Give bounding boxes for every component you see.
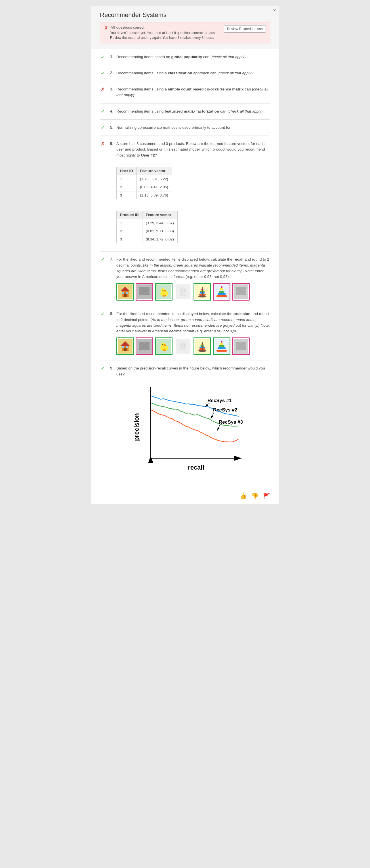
q8-image-row (116, 337, 270, 355)
q4-number: 4. (108, 108, 114, 114)
svg-point-58 (181, 344, 182, 346)
svg-point-59 (184, 344, 185, 346)
user-fv-1: (1.73, 0.01, 5.22) (137, 175, 172, 183)
svg-rect-31 (218, 293, 226, 295)
item-image-duck (155, 283, 172, 301)
q8-item-rings (194, 337, 211, 355)
item-image-stack (213, 283, 230, 301)
svg-text:recall: recall (188, 464, 204, 471)
q8-item-gray1 (136, 337, 153, 355)
table-row: 3 (8.34, 1.72, 0.02) (117, 235, 178, 243)
user-fv-3: (1.13, 0.89, 3.76) (137, 191, 172, 199)
svg-rect-33 (220, 288, 223, 290)
question-3: ✗ 3. Recommending items using a simple c… (100, 82, 270, 103)
q8-item-farm (116, 337, 134, 355)
page-title: Recommender Systems (100, 11, 270, 19)
table-row: 2 (0.82, 9.71, 3.88) (117, 227, 178, 235)
q7-content: For the liked and recommended items disp… (116, 257, 270, 301)
q9-number: 9. (108, 366, 114, 370)
svg-point-19 (181, 290, 182, 291)
question-9: ✓ 9. Based on the precision-recall curve… (100, 361, 270, 488)
svg-rect-67 (202, 342, 203, 351)
product-table-header-pid: Product ID (117, 211, 142, 219)
score-line: 7/9 questions correct (110, 25, 224, 30)
q8-item-gray2 (232, 337, 250, 355)
question-8: ✓ 8. For the liked and recommended items… (100, 306, 270, 361)
user-table-header-fv: Feature vector (137, 167, 172, 175)
user-table-header-userid: User ID (117, 167, 137, 175)
user-id-3: 3 (117, 191, 137, 199)
svg-text:precision: precision (134, 413, 140, 441)
svg-point-54 (163, 349, 166, 351)
q8-status-icon: ✓ (100, 311, 105, 317)
question-2: ✓ 2. Recommending items using a classifi… (100, 65, 270, 82)
svg-rect-70 (218, 347, 226, 349)
svg-rect-44 (126, 346, 128, 348)
score-status-icon: ✗ (104, 25, 108, 31)
q8-item-ghost (174, 337, 192, 355)
q2-status-icon: ✓ (100, 71, 105, 76)
q8-item-duck (155, 337, 172, 355)
product-fv-3: (8.34, 1.72, 0.02) (142, 235, 177, 243)
svg-rect-32 (219, 291, 224, 292)
table-row: 3 (1.13, 0.89, 3.76) (117, 191, 172, 199)
user-table: User ID Feature vector 1 (1.73, 0.01, 5.… (116, 167, 172, 199)
footer-actions: 👍 👎 🚩 (91, 488, 279, 504)
product-id-2: 2 (117, 227, 142, 235)
q7-status-icon: ✓ (100, 257, 105, 262)
product-fv-1: (3.29, 3.44, 3.67) (142, 219, 177, 227)
svg-text:RecSys #2: RecSys #2 (213, 407, 237, 412)
question-4: ✓ 4. Recommending items using featurized… (100, 103, 270, 120)
svg-point-53 (162, 344, 163, 345)
q6-status-icon: ✗ (100, 141, 105, 147)
svg-point-13 (164, 290, 166, 291)
product-table: Product ID Feature vector 1 (3.29, 3.44,… (116, 211, 178, 243)
item-image-gray2 (232, 283, 250, 301)
q6-number: 6. (108, 141, 114, 146)
user-fv-2: (0.03, 4.41, 2.05) (137, 183, 172, 191)
svg-point-52 (164, 344, 166, 346)
review-related-lesson-button[interactable]: Review Related Lesson (224, 25, 266, 33)
table-row: 1 (1.73, 0.01, 5.22) (117, 175, 172, 183)
question-7: ✓ 7. For the liked and recommended items… (100, 251, 270, 306)
q4-status-icon: ✓ (100, 109, 105, 114)
svg-rect-30 (217, 295, 227, 297)
q3-number: 3. (108, 87, 114, 91)
svg-point-15 (163, 295, 166, 297)
svg-rect-5 (126, 292, 128, 294)
q6-content: A store has 3 customers and 3 products. … (116, 141, 270, 246)
q2-number: 2. (108, 70, 114, 75)
svg-rect-73 (221, 341, 223, 343)
q2-content: Recommending items using a classificatio… (116, 70, 270, 76)
q9-status-icon: ✓ (100, 366, 105, 371)
thumbs-up-button[interactable]: 👍 (240, 493, 247, 499)
q8-number: 8. (108, 311, 114, 316)
user-id-1: 1 (117, 175, 137, 183)
q8-item-stack (213, 337, 230, 355)
q9-content: Based on the precision-recall curves in … (116, 366, 270, 483)
svg-text:RecSys #3: RecSys #3 (219, 420, 243, 425)
svg-rect-34 (221, 286, 223, 288)
svg-text:RecSys #1: RecSys #1 (207, 398, 231, 403)
score-bar: ✗ 7/9 questions correct You haven't pass… (100, 22, 270, 43)
score-info: 7/9 questions correct You haven't passed… (110, 25, 224, 40)
svg-point-20 (184, 290, 185, 291)
table-row: 1 (3.29, 3.44, 3.67) (117, 219, 178, 227)
svg-point-14 (162, 290, 163, 291)
score-left: ✗ 7/9 questions correct You haven't pass… (104, 25, 224, 40)
q5-status-icon: ✓ (100, 125, 105, 130)
close-button[interactable]: × (273, 8, 276, 13)
thumbs-down-button[interactable]: 👎 (251, 493, 258, 499)
q3-status-icon: ✗ (100, 87, 105, 92)
item-image-rings (194, 283, 211, 301)
product-table-header-fv: Feature vector (142, 211, 177, 219)
flag-button[interactable]: 🚩 (263, 493, 270, 499)
product-fv-2: (0.82, 9.71, 3.88) (142, 227, 177, 235)
svg-rect-72 (220, 343, 223, 345)
svg-rect-4 (122, 292, 124, 294)
q7-image-row (116, 283, 270, 301)
score-message: You haven't passed yet. You need at leas… (110, 31, 224, 40)
q1-content: Recommending items based on global popul… (116, 54, 270, 60)
q8-content: For the liked and recommended items disp… (116, 311, 270, 355)
q1-status-icon: ✓ (100, 55, 105, 60)
